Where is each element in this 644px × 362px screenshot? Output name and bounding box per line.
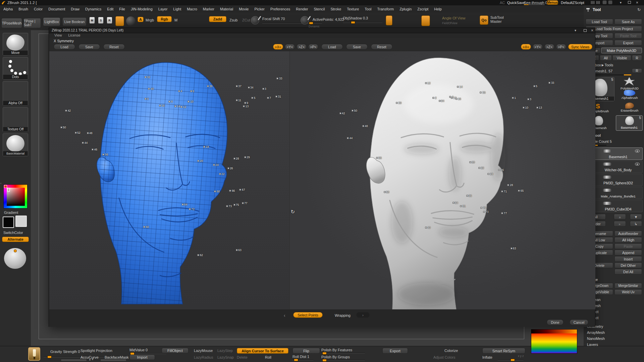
axis-z-right[interactable]: >Z< <box>544 44 554 50</box>
mesh-point-marker[interactable]: 40 <box>425 227 427 228</box>
mesh-point-marker[interactable]: 36 <box>480 92 482 94</box>
menu-item[interactable]: Help <box>434 7 442 11</box>
mesh-point-marker[interactable]: 20 <box>469 162 471 163</box>
mesh-point-marker[interactable]: 48 <box>362 125 364 127</box>
paste-subtool-button[interactable]: Paste <box>614 243 642 249</box>
tool-item-basemesh1-selected[interactable]: 5 Basemesh1 <box>616 115 643 131</box>
mesh-point-marker[interactable]: 16 <box>455 98 457 100</box>
axis-x-left[interactable]: >X< <box>273 44 283 50</box>
projection-master-icon[interactable] <box>115 16 124 26</box>
mesh-point-marker[interactable]: 22 <box>219 173 221 175</box>
lazystep-slider-label[interactable]: LazyStep <box>217 349 233 353</box>
light-placement-sphere[interactable] <box>4 248 26 269</box>
mesh-point-marker[interactable]: 10 <box>523 107 524 108</box>
menu-item[interactable]: JIN-Modeling <box>131 7 153 11</box>
light-dot[interactable] <box>14 249 17 252</box>
lazysnap-slider-label[interactable]: LazySnap <box>217 355 234 359</box>
zwrap-viewport[interactable]: 3240364637343333101681014121191357425052… <box>49 51 595 309</box>
obj-shadow-slider-label[interactable]: ObjShadow 0.3 <box>343 16 368 20</box>
inflate-slider-label[interactable]: Inflate <box>482 355 492 359</box>
focal-shift-slider-label[interactable]: Focal Shift 70 <box>262 17 285 21</box>
gravity-brush-icon[interactable] <box>28 347 40 361</box>
sculpt-head-model[interactable] <box>353 51 532 309</box>
target-mesh-pane[interactable]: 1214363353024941216131013425048445658202… <box>289 51 595 309</box>
angle-of-view-label[interactable]: Angle Of View <box>442 16 466 20</box>
menu-item[interactable]: Dynamics <box>85 7 101 11</box>
mesh-point-marker[interactable]: 73 <box>483 211 485 213</box>
obj-shadow-slider[interactable] <box>343 22 382 23</box>
export-mesh-button[interactable]: Export <box>382 348 408 354</box>
mesh-point-marker[interactable]: 66 <box>466 195 468 197</box>
axis-p-left[interactable]: >P< <box>308 44 318 50</box>
mesh-point-marker[interactable]: 32 <box>145 76 146 78</box>
make-polymesh3d-button[interactable]: Make PolyMesh3D <box>601 48 642 53</box>
zwrap-minimize-icon[interactable]: ▾ <box>575 28 576 32</box>
mesh-point-marker[interactable]: 94 <box>439 100 440 102</box>
mesh-point-marker[interactable]: 13 <box>243 106 245 107</box>
menu-item[interactable]: Stroke <box>330 7 341 11</box>
menu-item[interactable]: Stencil <box>314 7 325 11</box>
align-cursor-button[interactable]: Align Cursor To Surface <box>237 348 288 354</box>
focal-shift-slider[interactable] <box>262 23 322 23</box>
mesh-point-marker[interactable]: 50 <box>60 127 62 128</box>
mesh-point-marker[interactable]: 9 <box>244 102 246 104</box>
del-other-button[interactable]: Del Other <box>614 262 642 268</box>
goz-all-button[interactable]: All <box>600 55 612 61</box>
subtool-master-label1[interactable]: SubTool <box>490 15 504 19</box>
sync-views-button[interactable]: Sync Views <box>568 44 592 50</box>
zwrap-restore-icon[interactable] <box>584 29 587 32</box>
ui-shrink-icon[interactable] <box>591 1 595 4</box>
menu-item[interactable]: Render <box>296 7 308 11</box>
mesh-point-marker[interactable]: 12 <box>451 97 452 99</box>
source-mesh-pane[interactable]: 3240364637343333101681014121191357425052… <box>49 51 289 309</box>
mesh-point-marker[interactable]: 30 <box>396 102 398 104</box>
autoreorder-button[interactable]: AutoReorder <box>614 231 642 236</box>
menu-item[interactable]: Transform <box>377 7 394 11</box>
tposemesh-button[interactable]: TPoseMesh <box>1 18 22 28</box>
material-selector[interactable]: BasicMaterial <box>3 133 28 156</box>
mesh-point-marker[interactable]: 42 <box>65 110 67 112</box>
menu-item[interactable]: Document <box>48 7 65 11</box>
mesh-point-marker[interactable]: 2 <box>433 97 434 99</box>
flip-button[interactable]: Flip <box>292 348 320 354</box>
zwrap-menu-license[interactable]: License <box>68 33 80 37</box>
cancel-button[interactable]: Cancel <box>570 319 588 325</box>
midvalue-slider-label[interactable]: MidValue 0 <box>129 348 148 352</box>
menu-item[interactable]: Alpha <box>3 7 13 11</box>
menu-item[interactable]: Light <box>173 7 181 11</box>
zsub-button[interactable]: Zsub <box>229 18 237 22</box>
secondary-color-swatch[interactable] <box>15 216 27 227</box>
tool-refresh-icon[interactable]: ↻ <box>637 7 641 12</box>
all-high-button[interactable]: All High <box>614 237 642 243</box>
mesh-point-marker[interactable]: 5 <box>533 85 535 87</box>
mesh-point-marker[interactable]: 4 <box>178 90 180 92</box>
slot-r-button[interactable]: R <box>632 68 642 73</box>
main-color-swatch[interactable] <box>3 217 14 228</box>
mesh-point-marker[interactable]: 50 <box>352 110 354 112</box>
menu-item[interactable]: Macro <box>187 7 197 11</box>
switchcolor-button[interactable]: SwitchColor <box>3 231 23 235</box>
mesh-point-marker[interactable]: 62 <box>198 254 199 256</box>
mrgb-button[interactable]: Mrgb <box>146 18 154 22</box>
mesh-point-marker[interactable]: 75 <box>233 204 235 206</box>
mesh-point-marker[interactable]: 77 <box>242 202 244 204</box>
zwrap-reset-left[interactable]: Reset <box>103 44 125 50</box>
midvalue-slider[interactable] <box>129 353 166 354</box>
polish-features-slider[interactable] <box>321 353 365 354</box>
mesh-point-marker[interactable]: 52 <box>75 132 76 133</box>
tool-item-alphabrush[interactable]: AlphaBrush <box>617 90 642 102</box>
mesh-point-marker[interactable]: 63 <box>511 247 512 249</box>
mesh-point-marker[interactable]: 58 <box>384 191 385 193</box>
polish-features-slider-label[interactable]: Polish By Features <box>321 348 352 352</box>
close-window-icon[interactable]: × <box>636 0 638 5</box>
default-zscript-button[interactable]: DefaultZScript <box>561 1 584 5</box>
lightbox-button[interactable]: LightBox <box>43 17 60 26</box>
mesh-point-marker[interactable]: 64 <box>452 202 454 203</box>
menu-item[interactable]: Brush <box>18 7 28 11</box>
mesh-point-marker[interactable]: 33 <box>277 77 278 79</box>
zwrap-save-left[interactable]: Save <box>78 44 100 50</box>
mesh-point-marker[interactable]: 28 <box>507 184 509 186</box>
colorize-toggle[interactable]: Colorize <box>444 349 458 353</box>
minimize-icon[interactable]: ▾ <box>620 1 622 4</box>
alternate-button[interactable]: Alternate <box>2 237 29 242</box>
